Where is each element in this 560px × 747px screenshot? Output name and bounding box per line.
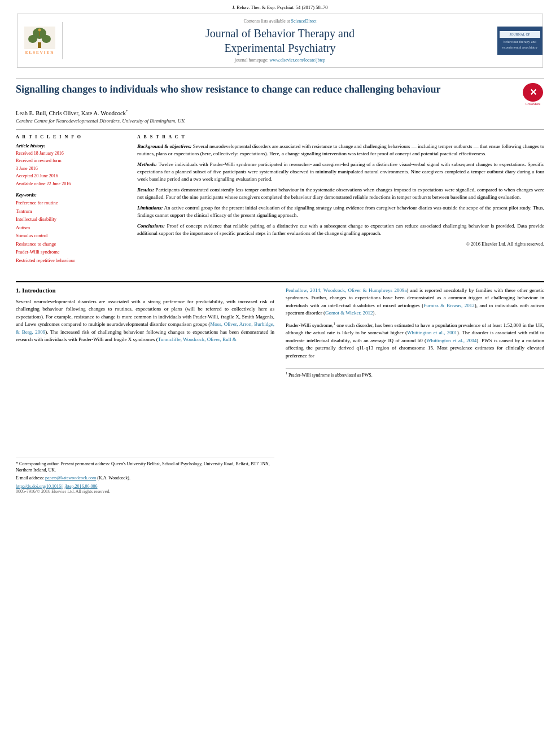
abstract-results: Results: Participants demonstrated consi… — [137, 186, 544, 201]
article-info-label: A R T I C L E I N F O — [16, 134, 126, 139]
crossmark-icon: ✕ — [523, 83, 543, 102]
doi-line: http://dx.doi.org/10.1016/j.jbtep.2016.0… — [16, 484, 274, 489]
results-text: Participants demonstrated consistently l… — [137, 187, 544, 200]
keyword-item: Intellectual disability — [16, 215, 126, 223]
abstract-column: A B S T R A C T Background & objectives:… — [137, 134, 544, 264]
limitations-text: An active control group for the present … — [137, 205, 544, 218]
revised-date: 3 June 2016 — [16, 165, 126, 173]
abstract-background: Background & objectives: Several neurode… — [137, 143, 544, 158]
elsevier-tree-icon — [24, 27, 55, 49]
abstract-limitations: Limitations: An active control group for… — [137, 204, 544, 219]
elsevier-logo: ELSEVIER — [18, 22, 63, 59]
page: J. Behav. Ther. & Exp. Psychiat. 54 (201… — [0, 0, 560, 747]
conclusions-text: Proof of concept evidence that reliable … — [137, 223, 544, 236]
limitations-label: Limitations: — [137, 205, 163, 211]
author-sup: * — [126, 109, 128, 113]
sciencedirect-line: Contents lists available at ScienceDirec… — [68, 19, 492, 24]
right-footnote: 1 Prader-Willi syndrome is abbreviated a… — [286, 368, 544, 378]
email-label: E-mail address: — [16, 475, 45, 480]
copyright-line: © 2016 Elsevier Ltd. All rights reserved… — [137, 241, 544, 247]
intro-heading: 1. Introduction — [16, 287, 274, 294]
keywords-label: Keywords: — [16, 192, 126, 198]
journal-citation: J. Behav. Ther. & Exp. Psychiat. 54 (201… — [11, 5, 549, 10]
footnote-email: E-mail address: papers@katewoodcock.com … — [16, 475, 274, 481]
abstract-label-heading: A B S T R A C T — [137, 134, 544, 139]
accepted-date: Accepted 20 June 2016 — [16, 172, 126, 180]
article-title: Signalling changes to individuals who sh… — [16, 83, 516, 96]
journal-info: Contents lists available at ScienceDirec… — [63, 14, 497, 67]
email-link[interactable]: papers@katewoodcock.com — [45, 475, 96, 480]
svg-point-2 — [28, 35, 37, 43]
issn-line: 0005-7916/© 2016 Elsevier Ltd. All right… — [16, 489, 274, 494]
right-ref1[interactable]: Penhallow, 2014; Woodcock, Oliver & Hump… — [286, 287, 406, 293]
article-content: Signalling changes to individuals who sh… — [0, 68, 560, 277]
background-label: Background & objectives: — [137, 143, 192, 149]
title-row: Signalling changes to individuals who sh… — [16, 83, 544, 106]
right-ref2[interactable]: Furniss & Biswas, 2012 — [423, 303, 475, 308]
keyword-item: Prader-Willi syndrome — [16, 248, 126, 256]
conclusions-label: Conclusions: — [137, 223, 165, 229]
article-dates: Received 18 January 2016 Received in rev… — [16, 150, 126, 188]
journal-homepage: journal homepage: www.elsevier.com/locat… — [68, 58, 492, 63]
abstract-section: Background & objectives: Several neurode… — [137, 143, 544, 248]
keyword-item: Stimulus control — [16, 231, 126, 239]
footnote-star: * Corresponding author. Present permanen… — [16, 461, 274, 473]
body-right-para1: Penhallow, 2014; Woodcock, Oliver & Hump… — [286, 287, 544, 317]
sciencedirect-link[interactable]: ScienceDirect — [291, 19, 317, 24]
email-suffix: (K.A. Woodcock). — [96, 475, 130, 480]
right-fn1-text: Prader-Willi syndrome is abbreviated as … — [287, 373, 373, 378]
authors-text: Leah E. Bull, Chris Oliver, Kate A. Wood… — [16, 110, 126, 116]
methods-text: Twelve individuals with Prader-Willi syn… — [137, 161, 544, 182]
elsevier-label: ELSEVIER — [25, 50, 54, 55]
contents-label: Contents lists available at — [244, 19, 291, 24]
two-col-section: A R T I C L E I N F O Article history: R… — [16, 134, 544, 264]
info-divider — [16, 129, 544, 130]
doi-link[interactable]: http://dx.doi.org/10.1016/j.jbtep.2016.0… — [16, 484, 98, 489]
revised-label: Received in revised form — [16, 157, 126, 165]
journal-header: J. Behav. Ther. & Exp. Psychiat. 54 (201… — [0, 0, 560, 68]
body-right-column: Penhallow, 2014; Woodcock, Oliver & Hump… — [286, 287, 544, 494]
svg-point-3 — [42, 35, 51, 43]
right-ref5[interactable]: Whittington et al., 2004 — [426, 338, 476, 343]
journal-title-line1: Journal of Behavior Therapy and — [205, 27, 355, 40]
crossmark-badge[interactable]: ✕ CrossMark — [522, 83, 544, 106]
right-para1-end: ). — [373, 310, 376, 316]
svg-point-5 — [38, 29, 41, 32]
keywords-section: Keywords: Preference for routineTantrumI… — [16, 192, 126, 264]
right-ref3[interactable]: Gomot & Wicker, 2012 — [325, 310, 373, 316]
body-para-1: Several neurodevelopmental disorders are… — [16, 298, 274, 344]
body-left-column: 1. Introduction Several neurodevelopment… — [16, 287, 274, 494]
affiliation: Cerebra Centre for Neurodevelopmental Di… — [16, 118, 544, 124]
keyword-item: Restricted repetitive behaviour — [16, 256, 126, 264]
journal-banner: ELSEVIER Contents lists available at Sci… — [17, 14, 543, 68]
para1-ref2[interactable]: Tunnicliffe, Woodcock, Oliver, Bull & — [158, 337, 237, 342]
keyword-item: Tantrum — [16, 207, 126, 215]
article-info-column: A R T I C L E I N F O Article history: R… — [16, 134, 126, 264]
body-content: 1. Introduction Several neurodevelopment… — [0, 287, 560, 494]
keyword-item: Autism — [16, 224, 126, 231]
abstract-methods: Methods: Twelve individuals with Prader-… — [137, 161, 544, 183]
right-ref4[interactable]: Whittington et al., 2001 — [407, 330, 457, 335]
journal-thumb-label: JOURNAL OF — [500, 31, 540, 38]
footnote-section: * Corresponding author. Present permanen… — [16, 457, 274, 494]
journal-thumb: JOURNAL OF behaviour therapy and experim… — [497, 27, 542, 55]
right-para2-start: Prader-Willi syndrome, — [286, 322, 334, 328]
article-history-label: Article history: — [16, 143, 126, 148]
homepage-url[interactable]: www.elsevier.com/locate/jbtep — [270, 58, 326, 63]
keywords-list: Preference for routineTantrumIntellectua… — [16, 199, 126, 264]
body-divider — [16, 281, 544, 282]
journal-thumb-text: behaviour therapy and experimental psych… — [500, 39, 540, 50]
abstract-conclusions: Conclusions: Proof of concept evidence t… — [137, 222, 544, 237]
methods-label: Methods: — [137, 161, 157, 167]
results-label: Results: — [137, 187, 154, 193]
crossmark-label: CrossMark — [526, 102, 541, 106]
homepage-label: journal homepage: — [235, 58, 270, 63]
keyword-item: Resistance to change — [16, 240, 126, 248]
journal-title: Journal of Behavior Therapy and Experime… — [68, 26, 492, 55]
received-date: Received 18 January 2016 — [16, 150, 126, 158]
journal-title-line2: Experimental Psychiatry — [224, 42, 335, 54]
background-text: Several neurodevelopmental disorders are… — [137, 143, 544, 156]
header-divider — [16, 78, 544, 78]
available-date: Available online 22 June 2016 — [16, 180, 126, 188]
keyword-item: Preference for routine — [16, 199, 126, 207]
